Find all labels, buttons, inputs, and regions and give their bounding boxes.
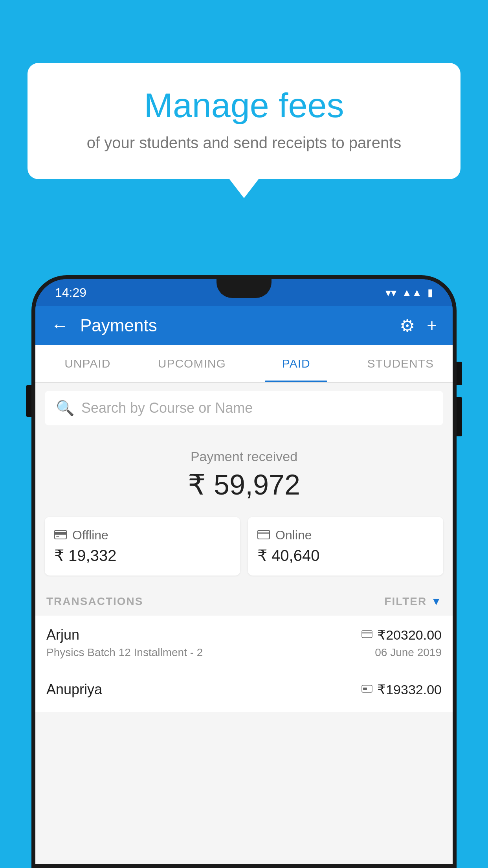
power-button-top [457, 362, 462, 385]
transactions-header: TRANSACTIONS FILTER ▼ [35, 587, 453, 616]
online-card: Online ₹ 40,640 [248, 517, 443, 576]
transaction-row-anupriya[interactable]: Anupriya ₹19332.00 [35, 670, 453, 712]
payment-type-icon-anupriya [361, 683, 372, 696]
status-icons: ▾▾ ▲▲ ▮ [385, 286, 433, 299]
tab-upcoming[interactable]: UPCOMING [140, 345, 244, 382]
offline-card-header: Offline [54, 528, 231, 542]
bubble-title: Manage fees [47, 86, 441, 125]
settings-icon[interactable]: ⚙ [400, 316, 415, 336]
transaction-name-arjun: Arjun [46, 627, 79, 643]
offline-label: Offline [72, 528, 108, 542]
transaction-bottom-arjun: Physics Batch 12 Installment - 2 06 June… [46, 646, 442, 659]
transactions-label: TRANSACTIONS [46, 595, 143, 608]
filter-label: FILTER [384, 595, 427, 608]
payment-cards-row: Offline ₹ 19,332 Online [35, 513, 453, 587]
volume-button [26, 385, 31, 417]
transaction-amount-value-arjun: ₹20320.00 [377, 627, 442, 643]
online-amount: ₹ 40,640 [257, 546, 434, 565]
app-bar: ← Payments ⚙ + [35, 306, 453, 345]
phone-device: 14:29 ▾▾ ▲▲ ▮ ← Payments ⚙ + [31, 275, 457, 868]
transaction-amount-anupriya: ₹19332.00 [361, 682, 442, 697]
app-bar-icons: ⚙ + [400, 316, 437, 336]
transaction-amount-arjun: ₹20320.00 [361, 627, 442, 643]
transaction-top-arjun: Arjun ₹20320.00 [46, 627, 442, 643]
tab-bar: UNPAID UPCOMING PAID STUDENTS [35, 345, 453, 383]
search-icon: 🔍 [56, 399, 74, 417]
svg-rect-1 [55, 532, 66, 535]
payment-received-section: Payment received ₹ 59,972 [35, 433, 453, 513]
offline-card: Offline ₹ 19,332 [45, 517, 240, 576]
transaction-date-arjun: 06 June 2019 [375, 646, 442, 659]
bubble-subtitle: of your students and send receipts to pa… [47, 134, 441, 152]
online-card-header: Online [257, 528, 434, 542]
transaction-course-arjun: Physics Batch 12 Installment - 2 [46, 646, 203, 659]
tab-unpaid[interactable]: UNPAID [35, 345, 140, 382]
status-time: 14:29 [55, 285, 86, 300]
online-icon [257, 528, 270, 542]
power-button-bottom [457, 397, 462, 436]
transaction-top-anupriya: Anupriya ₹19332.00 [46, 681, 442, 698]
svg-rect-8 [363, 688, 367, 690]
back-button[interactable]: ← [51, 316, 68, 335]
battery-icon: ▮ [427, 287, 433, 299]
search-input[interactable]: Search by Course or Name [81, 400, 253, 416]
svg-rect-3 [258, 530, 270, 539]
transaction-name-anupriya: Anupriya [46, 681, 102, 698]
payment-received-label: Payment received [43, 449, 445, 464]
add-icon[interactable]: + [427, 316, 437, 335]
payment-type-icon-arjun [361, 629, 372, 641]
wifi-icon: ▾▾ [385, 286, 396, 299]
page-title: Payments [80, 316, 388, 335]
filter-container[interactable]: FILTER ▼ [384, 595, 442, 608]
notch [216, 279, 272, 298]
status-bar: 14:29 ▾▾ ▲▲ ▮ [35, 279, 453, 306]
online-label: Online [275, 528, 312, 542]
signal-icon: ▲▲ [402, 287, 422, 299]
transaction-amount-value-anupriya: ₹19332.00 [377, 682, 442, 697]
search-bar[interactable]: 🔍 Search by Course or Name [45, 391, 443, 425]
phone-screen: 14:29 ▾▾ ▲▲ ▮ ← Payments ⚙ + [35, 279, 453, 864]
svg-rect-5 [362, 631, 372, 638]
speech-bubble: Manage fees of your students and send re… [28, 63, 460, 179]
transaction-row-arjun[interactable]: Arjun ₹20320.00 Physics [35, 616, 453, 670]
content-area: 🔍 Search by Course or Name Payment recei… [35, 383, 453, 864]
offline-amount: ₹ 19,332 [54, 546, 231, 565]
payment-received-amount: ₹ 59,972 [43, 468, 445, 501]
phone-inner: 14:29 ▾▾ ▲▲ ▮ ← Payments ⚙ + [35, 279, 453, 864]
tab-paid[interactable]: PAID [244, 345, 349, 382]
offline-icon [54, 528, 67, 542]
tab-students[interactable]: STUDENTS [349, 345, 453, 382]
filter-icon: ▼ [431, 595, 442, 608]
